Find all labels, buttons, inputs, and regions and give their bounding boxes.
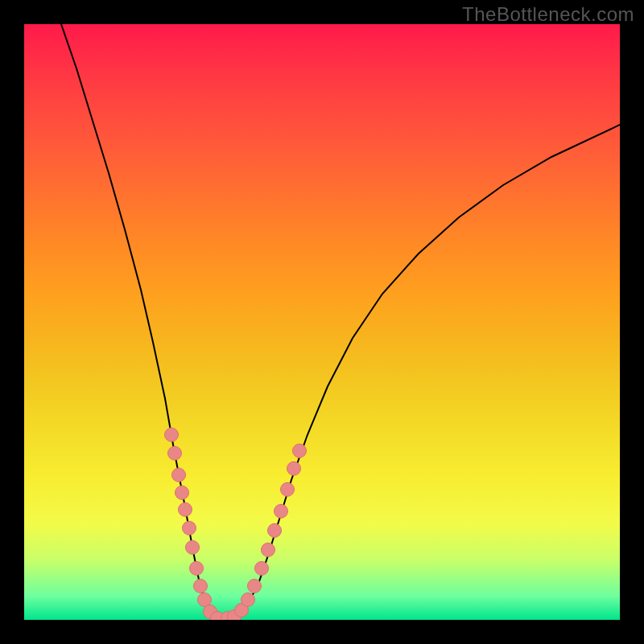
data-marker	[190, 562, 204, 576]
data-marker	[165, 428, 179, 442]
data-marker	[262, 543, 275, 557]
data-marker	[172, 469, 186, 482]
data-marker	[186, 541, 200, 555]
data-marker	[194, 580, 208, 593]
data-marker	[168, 447, 182, 460]
data-marker	[242, 593, 255, 607]
data-marker	[287, 462, 301, 476]
data-marker	[255, 562, 269, 576]
marker-group-right	[221, 444, 307, 621]
data-marker	[198, 593, 212, 607]
figure-frame: TheBottleneck.com	[0, 0, 644, 644]
data-marker	[248, 580, 262, 593]
data-marker	[293, 444, 307, 458]
marker-group-left	[165, 428, 225, 621]
bottleneck-curve-right	[219, 125, 620, 618]
plot-area	[24, 24, 620, 620]
data-marker	[179, 503, 192, 517]
data-marker	[268, 524, 282, 538]
data-marker	[281, 483, 295, 497]
data-marker	[175, 486, 189, 500]
watermark-text: TheBottleneck.com	[462, 3, 634, 26]
data-marker	[183, 522, 196, 535]
data-marker	[275, 505, 288, 518]
chart-svg	[24, 24, 620, 620]
